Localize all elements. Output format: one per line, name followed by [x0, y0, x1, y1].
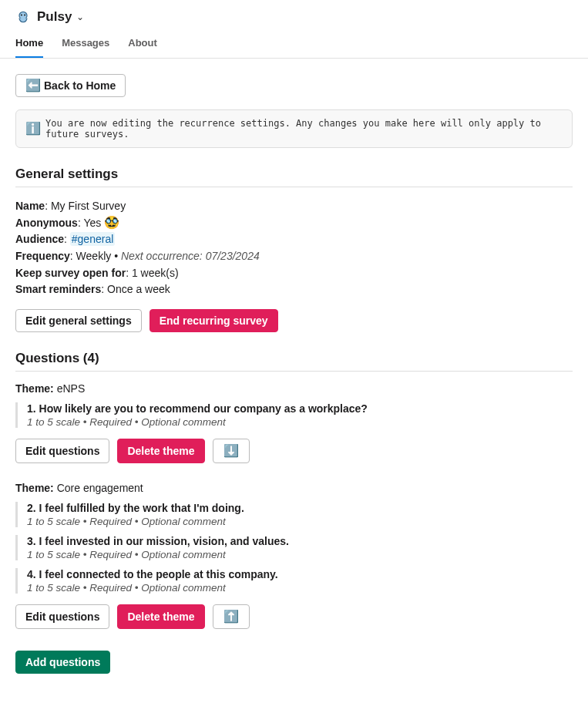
setting-reminders: Smart reminders: Once a week	[15, 281, 573, 298]
setting-frequency: Frequency: Weekly • Next occurrence: 07/…	[15, 248, 573, 265]
theme-buttons: Edit questions Delete theme ⬇️	[15, 439, 573, 463]
edit-questions-button[interactable]: Edit questions	[15, 604, 109, 629]
theme-block-core: Theme: Core engagement 2. I feel fulfill…	[15, 482, 573, 629]
app-logo-icon	[15, 9, 31, 25]
edit-general-button[interactable]: Edit general settings	[15, 309, 142, 332]
svg-point-2	[24, 15, 25, 16]
anonymous-mask-icon: 🥸	[104, 216, 119, 229]
arrow-up-icon: ⬆️	[223, 610, 240, 624]
app-header: Pulsy ⌄	[0, 0, 588, 31]
setting-open-for: Keep survey open for: 1 week(s)	[15, 265, 573, 282]
move-down-button[interactable]: ⬇️	[213, 439, 250, 463]
question-text: 3. I feel invested in our mission, visio…	[27, 535, 573, 547]
arrow-down-icon: ⬇️	[223, 444, 240, 458]
audience-channel-link[interactable]: #general	[70, 232, 116, 246]
arrow-left-icon: ⬅️	[25, 79, 41, 92]
main-content: ⬅️ Back to Home ℹ️ You are now editing t…	[0, 59, 588, 689]
end-survey-button[interactable]: End recurring survey	[150, 309, 278, 332]
theme-name: Core engagement	[57, 482, 143, 494]
edit-questions-button[interactable]: Edit questions	[15, 439, 109, 463]
tab-home[interactable]: Home	[15, 31, 43, 58]
theme-header: Theme: eNPS	[15, 382, 573, 395]
delete-theme-button[interactable]: Delete theme	[117, 604, 204, 629]
back-button-label: Back to Home	[44, 79, 116, 92]
theme-buttons: Edit questions Delete theme ⬆️	[15, 604, 573, 629]
setting-name: Name: My First Survey	[15, 198, 573, 215]
question-meta: 1 to 5 scale • Required • Optional comme…	[27, 582, 573, 594]
question-item: 4. I feel connected to the people at thi…	[15, 568, 573, 594]
tab-about[interactable]: About	[128, 31, 157, 58]
info-text: You are now editing the recurrence setti…	[45, 118, 563, 140]
add-questions-button[interactable]: Add questions	[15, 651, 110, 674]
theme-block-enps: Theme: eNPS 1. How likely are you to rec…	[15, 382, 573, 463]
questions-title: Questions (4)	[15, 351, 573, 372]
general-buttons: Edit general settings End recurring surv…	[15, 309, 573, 332]
question-text: 4. I feel connected to the people at thi…	[27, 568, 573, 580]
tab-messages[interactable]: Messages	[62, 31, 109, 58]
question-item: 3. I feel invested in our mission, visio…	[15, 535, 573, 560]
question-item: 1. How likely are you to recommend our c…	[15, 402, 573, 428]
question-text: 1. How likely are you to recommend our c…	[27, 402, 573, 415]
question-meta: 1 to 5 scale • Required • Optional comme…	[27, 549, 573, 560]
theme-header: Theme: Core engagement	[15, 482, 573, 494]
question-item: 2. I feel fulfilled by the work that I'm…	[15, 502, 573, 527]
question-meta: 1 to 5 scale • Required • Optional comme…	[27, 416, 573, 428]
svg-point-1	[21, 15, 22, 16]
back-button[interactable]: ⬅️ Back to Home	[15, 74, 126, 97]
info-banner: ℹ️ You are now editing the recurrence se…	[15, 109, 573, 148]
question-text: 2. I feel fulfilled by the work that I'm…	[27, 502, 573, 514]
chevron-down-icon[interactable]: ⌄	[76, 12, 84, 22]
tab-bar: Home Messages About	[0, 31, 588, 59]
app-title[interactable]: Pulsy	[37, 9, 72, 25]
delete-theme-button[interactable]: Delete theme	[117, 439, 204, 463]
theme-name: eNPS	[57, 382, 86, 395]
general-settings-title: General settings	[15, 166, 573, 187]
general-settings-list: Name: My First Survey Anonymous: Yes 🥸 A…	[15, 198, 573, 298]
setting-audience: Audience: #general	[15, 231, 573, 248]
question-meta: 1 to 5 scale • Required • Optional comme…	[27, 516, 573, 527]
move-up-button[interactable]: ⬆️	[213, 604, 250, 629]
themes-container: Theme: eNPS 1. How likely are you to rec…	[15, 382, 573, 629]
setting-anonymous: Anonymous: Yes 🥸	[15, 215, 573, 232]
info-icon: ℹ️	[25, 123, 41, 135]
add-questions-row: Add questions	[15, 651, 573, 674]
